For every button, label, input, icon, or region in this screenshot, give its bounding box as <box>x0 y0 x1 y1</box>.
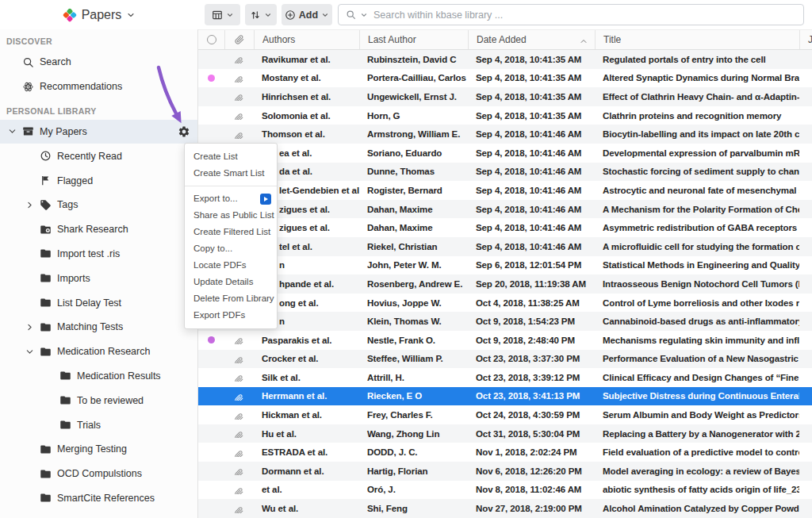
table-row[interactable]: Thomson et al.Armstrong, William E.Sep 4… <box>198 125 812 144</box>
table-row[interactable]: Hu et al.Wang, Zhong LinOct 31, 2018, 5:… <box>198 424 812 443</box>
paperclip-icon <box>235 411 243 420</box>
sidebar-item-recently-read[interactable]: Recently Read <box>0 144 197 168</box>
top-bar: Papers <box>0 0 812 29</box>
table-row[interactable]: nKlein, Thomas W.Oct 9, 2018, 1:54:23 PM… <box>198 312 812 331</box>
column-header-title[interactable]: Title <box>595 30 799 49</box>
tag-icon <box>39 198 52 211</box>
column-header-color[interactable] <box>198 30 224 49</box>
chevron-right-icon[interactable] <box>24 199 35 210</box>
sort-button[interactable] <box>245 4 277 25</box>
library-search[interactable] <box>338 4 804 25</box>
column-header-date_added[interactable]: Date Added <box>468 30 595 49</box>
table-row[interactable]: et al.Oró, J.Nov 8, 2018, 11:02:46 AMabi… <box>198 481 812 500</box>
sidebar-item-shark-research[interactable]: Shark Research <box>0 217 197 242</box>
menu-item-label: Locate PDFs <box>193 260 246 270</box>
authors-cell: Crocker et al. <box>254 354 359 363</box>
table-row[interactable]: Herrmann et al.Riecken, E OOct 23, 2018,… <box>198 387 812 406</box>
app-menu[interactable]: Papers <box>0 0 198 29</box>
last-author-cell: Hovius, Joppe W. <box>359 298 468 308</box>
table-row[interactable]: Silk et al.Attrill, H.Oct 23, 2018, 3:39… <box>198 368 812 387</box>
menu-item-share-as-public-list[interactable]: Share as Public List <box>185 207 277 224</box>
table-row[interactable]: ong et al.Hovius, Joppe W.Oct 4, 2018, 1… <box>198 294 812 313</box>
sidebar-item-label: Tags <box>57 199 78 210</box>
sidebar-item-import-test-ris[interactable]: Import test .ris <box>0 242 197 267</box>
table-row[interactable]: let-Gendebien et al.Rogister, BernardSep… <box>198 181 812 200</box>
table-row[interactable]: Ravikumar et al.Rubinsztein, David CSep … <box>198 50 812 69</box>
submenu-arrow-icon[interactable] <box>260 194 271 205</box>
table-row[interactable]: Hickman et al.Frey, Charles F.Oct 24, 20… <box>198 405 812 424</box>
title-cell: Performance Evaluation of a New Nasogast… <box>595 354 799 363</box>
table-row[interactable]: zigues et al.Dahan, MaximeSep 4, 2018, 1… <box>198 200 812 219</box>
last-author-cell: DODD, J. C. <box>359 447 468 457</box>
table-row[interactable]: Mostany et al.Portera-Cailliau, CarlosSe… <box>198 69 812 88</box>
sort-icon <box>250 10 261 21</box>
chevron-down-icon <box>226 11 234 19</box>
table-row[interactable]: Hinrichsen et al.Ungewickell, Ernst J.Se… <box>198 87 812 106</box>
paperclip-icon <box>235 355 243 363</box>
table-row[interactable]: Pasparakis et al.Nestle, Frank O.Oct 9, … <box>198 331 812 350</box>
attachment-cell <box>224 466 254 475</box>
sidebar-item-medication-results[interactable]: Medication Results <box>0 364 197 389</box>
sidebar-item-smartcite-references[interactable]: SmartCite References <box>0 486 197 511</box>
last-author-cell: Ungewickell, Ernst J. <box>359 92 468 102</box>
archive-box-icon <box>21 125 34 138</box>
gear-icon[interactable] <box>178 125 190 138</box>
sidebar-item-tags[interactable]: Tags <box>0 193 197 217</box>
menu-item-export-to[interactable]: Export to... <box>185 190 277 207</box>
search-input[interactable] <box>372 9 796 21</box>
chevron-down-icon[interactable] <box>24 346 35 357</box>
last-author-cell: Riecken, E O <box>359 391 468 401</box>
sidebar-item-flagged[interactable]: Flagged <box>0 168 197 193</box>
sidebar-item-recommendations[interactable]: Recommendations <box>0 75 197 99</box>
sidebar-item-label: My Papers <box>40 126 87 137</box>
menu-item-create-filtered-list[interactable]: Create Filtered List <box>185 224 277 240</box>
menu-item-create-list[interactable]: Create List <box>185 148 277 165</box>
folder-icon <box>39 272 52 285</box>
sidebar-item-ocd-compulstions[interactable]: OCD Compulstions <box>0 462 197 486</box>
context-menu: Create ListCreate Smart ListExport to...… <box>184 143 278 329</box>
paperclip-icon <box>235 392 243 401</box>
sidebar-item-matching-tests[interactable]: Matching Tests <box>0 315 197 340</box>
table-row[interactable]: nJohn, Peter W. M.Sep 6, 2018, 12:01:54 … <box>198 256 812 275</box>
table-row[interactable]: ESTRADA et al.DODD, J. C.Nov 1, 2018, 2:… <box>198 443 812 462</box>
chevron-right-icon[interactable] <box>24 321 35 332</box>
sidebar-item-medication-research[interactable]: Medication Research <box>0 340 197 364</box>
attachment-cell <box>224 92 254 101</box>
table-row[interactable]: Crocker et al.Steffee, William P.Oct 23,… <box>198 350 812 369</box>
menu-item-locate-pdfs[interactable]: Locate PDFs <box>185 257 277 274</box>
sidebar-item-search[interactable]: Search <box>0 50 197 75</box>
sidebar-item-my-papers[interactable]: My Papers <box>0 120 197 144</box>
table-row[interactable]: hpande et al.Rosenberg, Andrew E.Sep 20,… <box>198 274 812 294</box>
menu-item-update-details[interactable]: Update Details <box>185 274 277 290</box>
last-author-cell: Wang, Zhong Lin <box>359 429 468 439</box>
column-header-attachment[interactable] <box>224 30 254 49</box>
table-row[interactable]: zigues et al.Dahan, MaximeSep 4, 2018, 1… <box>198 218 812 237</box>
last-author-cell: Frey, Charles F. <box>359 410 468 420</box>
table-row[interactable]: Solomonia et al.Horn, GSep 4, 2018, 10:4… <box>198 106 812 125</box>
menu-item-delete-from-library[interactable]: Delete From Library <box>185 290 277 307</box>
last-author-cell: Riekel, Christian <box>359 242 468 251</box>
sidebar-item-trials[interactable]: Trials <box>0 412 197 437</box>
sidebar-section-label: PERSONAL LIBRARY <box>0 102 197 120</box>
view-options-button[interactable] <box>205 4 240 25</box>
table-row[interactable]: ea et al.Soriano, EduardoSep 4, 2018, 10… <box>198 144 812 163</box>
table-row[interactable]: Wu et al.Shi, FengNov 27, 2018, 2:19:00 … <box>198 499 812 518</box>
sidebar-item-imports[interactable]: Imports <box>0 266 197 290</box>
sidebar-item-list-delay-test[interactable]: List Delay Test <box>0 290 197 315</box>
menu-item-export-pdfs[interactable]: Export PDFs <box>185 307 277 324</box>
add-button[interactable]: Add <box>282 4 332 25</box>
sidebar-item-to-be-reviewed[interactable]: To be reviewed <box>0 388 197 412</box>
menu-item-copy-to[interactable]: Copy to... <box>185 240 277 257</box>
menu-item-create-smart-list[interactable]: Create Smart List <box>185 165 277 182</box>
chevron-down-icon[interactable] <box>6 126 17 137</box>
column-header-authors[interactable]: Authors <box>254 30 359 49</box>
chevron-down-icon <box>321 11 329 19</box>
column-header-last_author[interactable]: Last Author <box>359 30 468 49</box>
title-cell: Intraosseous Benign Notochord Cell Tumor… <box>595 279 799 289</box>
table-row[interactable]: Dormann et al.Hartig, FlorianNov 6, 2018… <box>198 462 812 481</box>
column-header-journal[interactable]: J <box>799 30 812 49</box>
table-row[interactable]: tel et al.Riekel, ChristianSep 4, 2018, … <box>198 237 812 256</box>
table-row[interactable]: da et al.Dunne, ThomasSep 4, 2018, 10:41… <box>198 163 812 182</box>
sidebar-item-merging-testing[interactable]: Merging Testing <box>0 437 197 462</box>
reference-table: AuthorsLast AuthorDate AddedTitleJ Ravik… <box>198 29 812 518</box>
